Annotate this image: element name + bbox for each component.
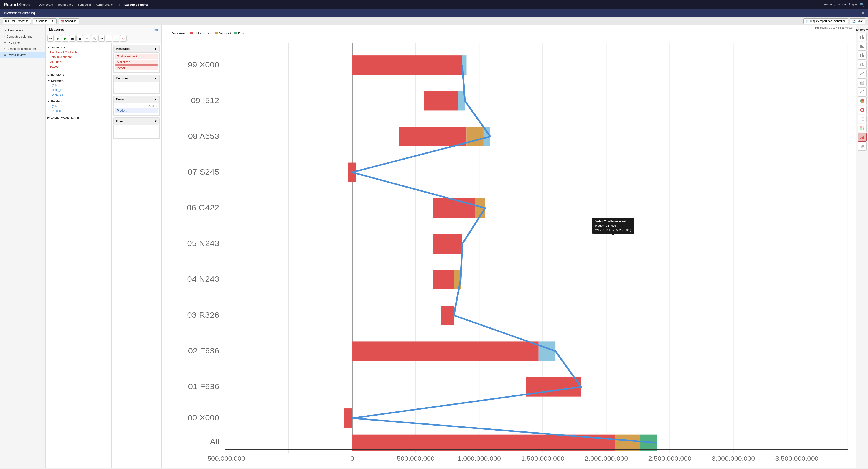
dimensions-label: Dimensions [45, 71, 111, 77]
svg-text:02 F636: 02 F636 [188, 347, 219, 355]
authorized-tag[interactable]: Authorized [115, 60, 158, 65]
nav-teamspace[interactable]: TeamSpace [58, 3, 73, 6]
heatmap-icon-btn[interactable] [858, 124, 867, 132]
schedule-button[interactable]: 📅 Schedule [59, 19, 79, 24]
donut-icon-btn[interactable] [858, 105, 867, 114]
filter-section-body [113, 125, 160, 138]
refresh-green-btn[interactable]: ▶ [62, 35, 68, 42]
total-investment-tag[interactable]: Total Investment [115, 54, 158, 59]
svg-text:3,000,000,000: 3,000,000,000 [712, 455, 755, 462]
bar-chart-icon-btn[interactable] [858, 33, 867, 41]
save-button[interactable]: 💾 Save [850, 19, 865, 24]
app-logo: ReportServer [4, 2, 32, 7]
pivot-view-btn[interactable]: ▦ [76, 35, 83, 42]
bar-row1-ti[interactable] [352, 55, 462, 75]
svg-point-55 [862, 119, 863, 120]
payed-tag[interactable]: Payed [115, 65, 158, 70]
display-doc-button[interactable]: 📄 Display report documentation [803, 19, 848, 24]
svg-rect-37 [861, 45, 862, 45]
close-icon[interactable]: ✕ [861, 11, 864, 15]
rows-config-section: Rows ▼ Product Product [113, 96, 160, 116]
panel-header: Measures Add [45, 26, 161, 34]
table-view-btn[interactable]: ⊞ [69, 35, 75, 42]
waterfall-icon-btn[interactable] [858, 133, 867, 142]
export-btn[interactable]: ⇒ [84, 35, 90, 42]
scatter-icon-btn[interactable] [858, 87, 867, 96]
forward-btn[interactable]: ⇒ [98, 35, 105, 42]
send-to-button[interactable]: ⇧ Send to ... ▼ [33, 19, 57, 24]
x-axis-labels: -500,000,000 0 500,000,000 1,000,000,000… [205, 455, 818, 462]
line-chart-icon-btn[interactable] [858, 69, 867, 78]
location-all[interactable]: (All) [48, 83, 110, 88]
location-dim1-l3[interactable]: DIM1_L3 [48, 92, 110, 97]
valid-from-date-header[interactable]: ▶ VALID_FROM_DATE [48, 115, 110, 120]
refresh2-btn[interactable]: ↺ [120, 35, 127, 42]
sidebar-item-parameters[interactable]: ⚙ Parameters [0, 27, 45, 33]
bar-row7-ti[interactable] [433, 270, 454, 289]
bar-row6-ti[interactable] [433, 234, 462, 253]
nav-scheduler[interactable]: Scheduler [78, 3, 91, 6]
tree-total-investment[interactable]: Total Investment [45, 55, 111, 59]
product-group: ▼ Product (All) Product [45, 98, 111, 114]
add-button[interactable]: Add [153, 28, 158, 31]
svg-rect-62 [860, 128, 862, 130]
svg-text:00 X000: 00 X000 [188, 414, 219, 422]
sidebar-item-pre-filter[interactable]: ▼ Pre-Filter [0, 40, 45, 46]
tree-payed[interactable]: Payed [45, 64, 111, 69]
dimensions-icon: ✦ [4, 47, 6, 51]
svg-rect-61 [863, 126, 864, 128]
product-header[interactable]: ▼ Product [48, 99, 110, 104]
tree-number-of-contracts[interactable]: Number of Contracts [45, 50, 111, 55]
export-header-label: Export ▼ [856, 27, 868, 32]
bar-row8-ti[interactable] [441, 306, 454, 325]
bar-row3-auth[interactable] [466, 127, 483, 146]
bubble-icon-btn[interactable] [858, 142, 867, 151]
sidebar-item-dimensions-measures[interactable]: ✦ Dimensions/Measures [0, 46, 45, 52]
bar-chart3-icon-btn[interactable] [858, 51, 867, 60]
bar-chart2-icon-btn[interactable] [858, 42, 867, 51]
bar-row2-ti[interactable] [424, 91, 458, 111]
pie-icon-btn[interactable] [858, 96, 867, 105]
pivot-preview-icon: 👁 [4, 54, 6, 57]
nav-dashboard[interactable]: Dashboard [38, 3, 53, 6]
grid-scatter-icon-btn[interactable] [858, 115, 867, 123]
html-export-button[interactable]: ⊞ HTML-Export ▼ [3, 19, 31, 24]
search-icon[interactable]: 🔍 [860, 2, 864, 7]
play-tool-btn[interactable]: ▶ [55, 35, 61, 42]
bar-all-auth[interactable] [615, 435, 640, 451]
down1-btn[interactable]: ↓ [105, 35, 112, 42]
area-chart-icon-btn[interactable] [858, 78, 867, 87]
svg-rect-39 [862, 54, 863, 57]
logout-link[interactable]: Logout [849, 3, 858, 6]
zoom-btn[interactable]: 🔍 [91, 35, 97, 42]
nav-administration[interactable]: Administration [96, 3, 114, 6]
tree-authorized[interactable]: Authorized [45, 59, 111, 64]
product-all[interactable]: (All) [48, 104, 110, 108]
bar-all-ti[interactable] [352, 435, 615, 451]
bar-row3-ti[interactable] [399, 127, 467, 146]
bar-row11-ti[interactable] [344, 408, 352, 428]
nav-executed-reports[interactable]: Executed reports [124, 3, 148, 6]
product-item[interactable]: Product [48, 108, 110, 113]
svg-text:09 I512: 09 I512 [191, 96, 219, 104]
sidebar-item-pivot-preview[interactable]: 👁 Pivot/Preview [0, 52, 45, 58]
nav-divider: | [119, 3, 120, 6]
bar-row9-auth[interactable] [538, 341, 555, 361]
measures-section-header[interactable]: Measures ▼ [113, 45, 160, 53]
edit-tool-btn[interactable]: ✏ [48, 35, 54, 42]
bar-row9-ti[interactable] [352, 341, 538, 361]
down2-btn[interactable]: ↓ [113, 35, 119, 42]
svg-text:2,500,000,000: 2,500,000,000 [648, 455, 691, 462]
location-header[interactable]: ▼ Location [48, 78, 110, 83]
tree-measures-root[interactable]: ▼ measures [45, 45, 111, 50]
columns-section-header[interactable]: Columns ▼ [113, 75, 160, 82]
location-dim1-l2[interactable]: DIM1_L2 [48, 88, 110, 92]
main-layout: ⚙ Parameters ≡ Computed columns ▼ Pre-Fi… [0, 26, 868, 468]
mixed-chart-icon-btn[interactable] [858, 60, 867, 69]
rows-section-header[interactable]: Rows ▼ [113, 96, 160, 103]
top-nav: ReportServer Dashboard TeamSpace Schedul… [0, 0, 868, 9]
filter-section-header[interactable]: Filter ▼ [113, 118, 160, 125]
bar-row5-ti[interactable] [433, 198, 475, 218]
rows-product-tag[interactable]: Product [115, 108, 158, 113]
sidebar-item-computed-columns[interactable]: ≡ Computed columns [0, 33, 45, 40]
